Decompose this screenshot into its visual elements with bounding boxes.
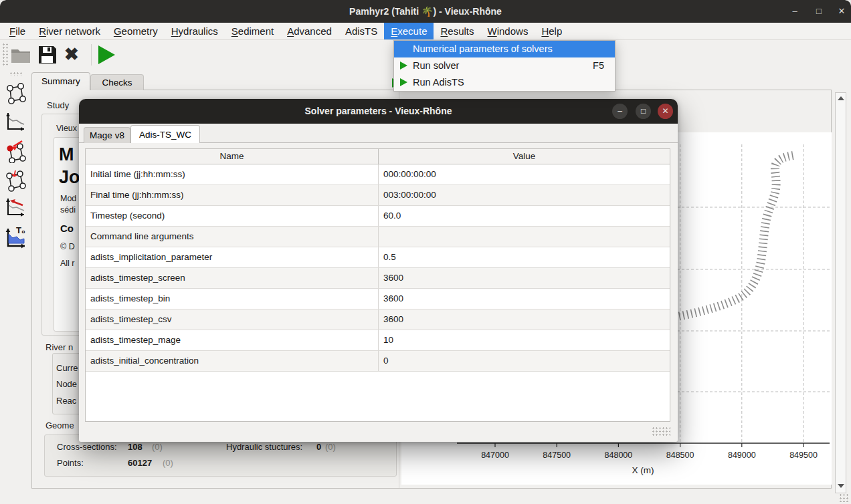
menu-execute[interactable]: Execute — [384, 23, 434, 39]
menu-item-numerical-parameters-of-solvers[interactable]: Numerical parameters of solvers — [394, 41, 615, 57]
table-row[interactable]: adists_timestep_screen 3600 — [86, 268, 670, 289]
longitudinal-profile-icon[interactable] — [4, 110, 27, 136]
geometry-label: Geome — [45, 420, 74, 430]
open-folder-icon[interactable] — [11, 45, 31, 67]
study-name: Vieux — [56, 124, 77, 133]
menu-file[interactable]: File — [3, 23, 32, 39]
dialog-resize-grip[interactable] — [652, 426, 670, 437]
dialog-maximize-icon[interactable]: □ — [636, 104, 651, 119]
solver-parameters-dialog: Solver parameters - Vieux-Rhône – □ ✕ Ma… — [79, 99, 678, 442]
menu-hydraulics[interactable]: Hydraulics — [165, 23, 225, 39]
row-value-cell[interactable]: 60.0 — [379, 206, 670, 226]
summary-desc-line1: Mod — [60, 194, 76, 203]
x-tick-label: 847000 — [481, 451, 509, 460]
row-name-cell[interactable]: Final time (jj:hh:mm:ss) — [86, 185, 379, 205]
menu-river-network[interactable]: River network — [32, 23, 107, 39]
table-row[interactable]: Final time (jj:hh:mm:ss) 003:00:00:00 — [86, 185, 670, 206]
row-value-cell[interactable]: 3600 — [379, 309, 670, 330]
table-row[interactable]: Initial time (jj:hh:mm:ss) 000:00:00:00 — [86, 164, 670, 185]
scroll-down-wrap — [836, 481, 846, 491]
profile-update-icon[interactable] — [4, 196, 27, 221]
dialog-title: Solver parameters - Vieux-Rhône — [79, 99, 678, 124]
menu-item-label: Run AdisTS — [413, 74, 464, 91]
save-icon[interactable] — [37, 45, 57, 67]
column-header-name[interactable]: Name — [86, 149, 379, 164]
dialog-close-icon[interactable]: ✕ — [658, 104, 673, 119]
menu-sediment[interactable]: Sediment — [225, 23, 280, 39]
scroll-up-icon[interactable] — [838, 96, 844, 100]
row-value-cell[interactable]: 0 — [379, 351, 670, 371]
row-name-cell[interactable]: adists_initial_concentration — [86, 351, 379, 371]
row-name-cell[interactable]: Command line arguments — [86, 227, 379, 247]
table-row[interactable]: adists_timestep_mage 10 — [86, 330, 670, 351]
menu-bar: FileRiver networkGeometryHydraulicsSedim… — [0, 23, 851, 40]
row-name-cell[interactable]: adists_timestep_bin — [86, 289, 379, 309]
row-name-cell[interactable]: adists_timestep_csv — [86, 309, 379, 330]
row-value-cell[interactable]: 003:00:00:00 — [379, 185, 670, 205]
summary-heading-line1: M — [59, 144, 74, 165]
dialog-titlebar[interactable]: Solver parameters - Vieux-Rhône – □ ✕ — [79, 99, 678, 124]
run-icon — [400, 78, 407, 86]
column-header-value[interactable]: Value — [379, 149, 670, 164]
summary-heading-line2: Jo — [59, 167, 80, 188]
menu-item-run-solver[interactable]: Run solverF5 — [394, 57, 615, 74]
menu-advanced[interactable]: Advanced — [280, 23, 339, 39]
row-name-cell[interactable]: Timestep (second) — [86, 206, 379, 226]
dialog-tab-mage-v8[interactable]: Mage v8 — [84, 127, 130, 143]
scroll-down-icon[interactable] — [838, 484, 844, 488]
row-value-cell[interactable]: 3600 — [379, 289, 670, 309]
menu-item-label: Run solver — [413, 57, 459, 74]
hydraulic-structures-note: (0) — [325, 442, 336, 452]
delete-icon[interactable]: ✖ — [64, 45, 79, 64]
menu-item-run-adists[interactable]: Run AdisTS — [394, 74, 615, 91]
tab-checks[interactable]: Checks — [90, 74, 144, 90]
dialog-minimize-icon[interactable]: – — [612, 104, 628, 119]
menu-help[interactable]: Help — [535, 23, 569, 39]
row-name-cell[interactable]: adists_timestep_mage — [86, 330, 379, 350]
window-maximize-icon[interactable]: □ — [814, 6, 824, 17]
table-header: Name Value — [86, 149, 670, 164]
run-solver-icon[interactable] — [98, 45, 115, 64]
sidebar-drag-handle[interactable] — [9, 72, 23, 76]
menu-adists[interactable]: AdisTS — [339, 23, 384, 39]
table-row[interactable]: Timestep (second) 60.0 — [86, 206, 670, 227]
toolbar-drag-handle[interactable] — [2, 43, 9, 67]
row-name-cell[interactable]: Initial time (jj:hh:mm:ss) — [86, 164, 379, 184]
network-edit-icon[interactable] — [4, 168, 27, 195]
row-name-cell[interactable]: adists_implicitation_parameter — [86, 247, 379, 267]
vertical-scrollbar[interactable] — [835, 92, 846, 493]
dialog-tab-adis-ts-wc[interactable]: Adis-TS_WC — [130, 125, 200, 143]
x-tick-label: 848000 — [605, 451, 633, 460]
node-select-icon[interactable] — [4, 139, 27, 166]
river-network-icon[interactable] — [4, 82, 27, 108]
menu-results[interactable]: Results — [434, 23, 480, 39]
table-row[interactable]: Command line arguments — [86, 227, 670, 247]
hydraulic-structures-label: Hydraulic stuctures: — [226, 442, 302, 452]
x-axis-label: X (m) — [632, 465, 654, 475]
window-minimize-icon[interactable]: – — [789, 6, 800, 17]
table-row[interactable]: adists_implicitation_parameter 0.5 — [86, 247, 670, 268]
cross-sections-label: Cross-sections: — [57, 442, 117, 452]
row-value-cell[interactable]: 000:00:00:00 — [379, 164, 670, 184]
tab-summary[interactable]: Summary — [31, 72, 90, 90]
row-value-cell[interactable]: 0.5 — [379, 247, 670, 267]
window-title: Pamhyr2 (Tahiti 🌴) - Vieux-Rhône — [0, 0, 851, 23]
table-row[interactable]: adists_timestep_csv 3600 — [86, 309, 670, 330]
window-titlebar[interactable]: Pamhyr2 (Tahiti 🌴) - Vieux-Rhône – □ ✕ — [0, 0, 851, 23]
table-row[interactable]: adists_timestep_bin 3600 — [86, 289, 670, 309]
table-row[interactable]: adists_initial_concentration 0 — [86, 351, 670, 372]
row-value-cell[interactable]: 10 — [379, 330, 670, 350]
window-resize-grip[interactable] — [839, 493, 848, 502]
river-field-current: Curre — [56, 363, 78, 373]
row-value-cell[interactable]: 3600 — [379, 268, 670, 288]
points-note: (0) — [163, 458, 173, 468]
row-value-cell[interactable] — [379, 227, 670, 247]
summary-subheading: Co — [60, 223, 74, 234]
row-name-cell[interactable]: adists_timestep_screen — [86, 268, 379, 288]
menu-geometry[interactable]: Geometry — [107, 23, 165, 39]
x-tick-label: 847500 — [543, 451, 571, 460]
menu-windows[interactable]: Windows — [481, 23, 535, 39]
cross-sections-value: 108 — [128, 442, 143, 452]
window-close-icon[interactable]: ✕ — [836, 6, 847, 17]
initial-conditions-icon[interactable]: T₀ — [4, 225, 27, 253]
